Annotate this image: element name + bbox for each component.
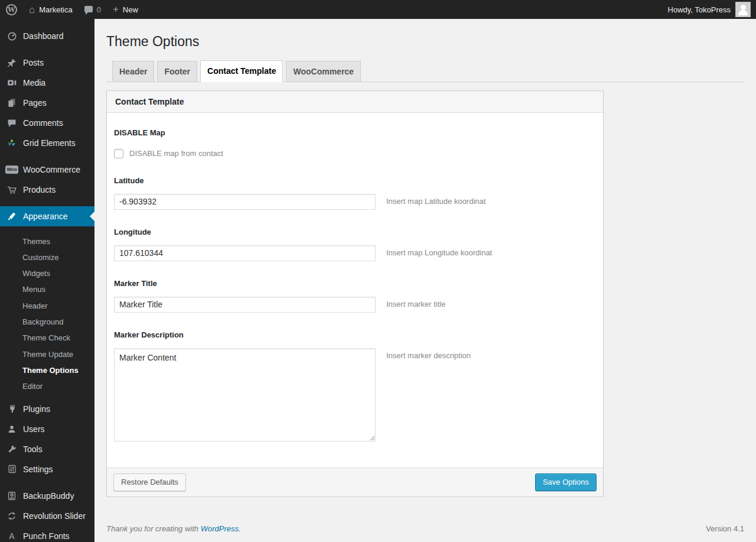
menu-separator xyxy=(0,395,94,399)
comments-shortcut[interactable]: 0 xyxy=(79,0,107,19)
tab-contact-template[interactable]: Contact Template xyxy=(200,60,283,82)
panel-body: DISABLE Map DISABLE map from contact Lat… xyxy=(107,113,603,468)
version-text: Version 4.1 xyxy=(706,524,744,533)
submenu-item-background[interactable]: Background xyxy=(0,314,94,330)
field-label: Marker Title xyxy=(114,279,596,288)
marker-title-input[interactable] xyxy=(114,297,376,313)
checkbox-label: DISABLE map from contact xyxy=(129,149,223,158)
content-area: Theme Options Header Footer Contact Temp… xyxy=(94,19,756,542)
tab-bar: Header Footer Contact Template WooCommer… xyxy=(106,60,744,82)
new-label: New xyxy=(123,5,138,14)
submenu-item-customize[interactable]: Customize xyxy=(0,249,94,265)
comment-count: 0 xyxy=(97,5,101,14)
users-icon xyxy=(5,424,19,434)
sidebar-item-settings[interactable]: Settings xyxy=(0,459,94,479)
sidebar-item-dashboard[interactable]: Dashboard xyxy=(0,26,94,46)
panel-footer: Restore Defaults Save Options xyxy=(107,468,603,496)
settings-icon xyxy=(5,465,19,473)
longitude-help-text: Insert map Longitude koordinat xyxy=(386,245,492,261)
sidebar-item-revolution-slider[interactable]: Revolution Slider xyxy=(0,506,94,526)
latitude-help-text: Insert map Latitude koordinat xyxy=(386,194,485,210)
contact-template-panel: Contact Template DISABLE Map DISABLE map… xyxy=(106,90,604,497)
site-link[interactable]: ⌂ Marketica xyxy=(23,0,79,19)
admin-footer: Thank you for creating with WordPress. V… xyxy=(106,524,744,533)
marker-description-help-text: Insert marker description xyxy=(386,348,471,442)
media-icon xyxy=(5,78,19,87)
woocommerce-badge-icon: Woo xyxy=(5,165,19,174)
admin-menu: Dashboard Posts Media Pages Comments xyxy=(0,19,94,542)
submenu-item-menus[interactable]: Menus xyxy=(0,282,94,298)
sidebar-item-posts[interactable]: Posts xyxy=(0,53,94,73)
comment-bubble-icon xyxy=(84,6,93,12)
sidebar-item-media[interactable]: Media xyxy=(0,73,94,93)
tab-footer[interactable]: Footer xyxy=(157,61,197,82)
marker-description-textarea[interactable]: Marker Content xyxy=(114,348,376,442)
sidebar-item-products[interactable]: Products xyxy=(0,180,94,200)
sidebar-item-punch-fonts[interactable]: A Punch Fonts xyxy=(0,526,94,542)
dashboard-icon xyxy=(5,31,19,41)
latitude-input[interactable] xyxy=(114,194,376,210)
backup-disk-icon xyxy=(5,491,19,501)
sidebar-item-tools[interactable]: Tools xyxy=(0,439,94,459)
cart-icon xyxy=(5,185,19,195)
wordpress-link[interactable]: WordPress xyxy=(201,524,239,533)
submenu-item-widgets[interactable]: Widgets xyxy=(0,266,94,282)
sidebar-item-woocommerce[interactable]: Woo WooCommerce xyxy=(0,160,94,180)
menu-separator xyxy=(0,46,94,53)
submenu-item-theme-check[interactable]: Theme Check xyxy=(0,330,94,346)
sidebar-item-comments[interactable]: Comments xyxy=(0,113,94,133)
site-name: Marketica xyxy=(39,5,72,14)
field-longitude: Longitude Insert map Longitude koordinat xyxy=(114,228,596,261)
longitude-input[interactable] xyxy=(114,245,376,261)
tab-header[interactable]: Header xyxy=(112,61,154,82)
submenu-item-themes[interactable]: Themes xyxy=(0,233,94,249)
howdy-text: Howdy, TokoPress xyxy=(668,5,731,14)
submenu-item-theme-update[interactable]: Theme Update xyxy=(0,346,94,362)
brush-icon xyxy=(5,212,19,221)
menu-separator xyxy=(0,479,94,486)
comment-icon xyxy=(5,118,19,128)
menu-separator xyxy=(0,200,94,206)
account-menu[interactable]: Howdy, TokoPress xyxy=(668,0,756,19)
admin-bar-left: W ⌂ Marketica 0 + New xyxy=(0,0,144,19)
field-label: Marker Description xyxy=(114,330,596,339)
appearance-submenu: Themes Customize Widgets Menus Header Ba… xyxy=(0,226,94,395)
grid-elements-icon xyxy=(5,138,19,148)
wordpress-menu[interactable]: W xyxy=(0,0,23,19)
page-title: Theme Options xyxy=(106,33,744,50)
letter-a-icon: A xyxy=(5,531,19,541)
plus-icon: + xyxy=(113,4,119,14)
menu-separator xyxy=(0,153,94,160)
submenu-item-header[interactable]: Header xyxy=(0,298,94,314)
field-marker-description: Marker Description Marker Content Insert… xyxy=(114,330,596,442)
sidebar-item-appearance[interactable]: Appearance xyxy=(0,206,94,226)
panel-header: Contact Template xyxy=(107,91,603,113)
marker-title-help-text: Insert marker title xyxy=(386,297,445,313)
sidebar-item-plugins[interactable]: Plugins xyxy=(0,399,94,419)
tab-woocommerce[interactable]: WooCommerce xyxy=(286,61,360,82)
field-latitude: Latitude Insert map Latitude koordinat xyxy=(114,176,596,210)
disable-map-checkbox[interactable] xyxy=(114,149,123,158)
admin-bar: W ⌂ Marketica 0 + New Howdy, TokoPress xyxy=(0,0,756,19)
new-content-menu[interactable]: + New xyxy=(107,0,144,19)
submenu-item-theme-options[interactable]: Theme Options xyxy=(0,362,94,378)
admin-sidebar: Dashboard Posts Media Pages Comments xyxy=(0,19,94,542)
sidebar-item-grid-elements[interactable]: Grid Elements xyxy=(0,133,94,153)
checkbox-row: DISABLE map from contact xyxy=(114,149,596,158)
pin-icon xyxy=(5,58,19,67)
tools-icon xyxy=(5,444,19,454)
save-options-button[interactable]: Save Options xyxy=(535,473,597,491)
sidebar-item-users[interactable]: Users xyxy=(0,419,94,439)
footer-thanks: Thank you for creating with WordPress. xyxy=(106,524,241,533)
field-label: Longitude xyxy=(114,228,596,236)
plugin-icon xyxy=(5,404,19,413)
field-label: Latitude xyxy=(114,176,596,185)
field-disable-map: DISABLE Map DISABLE map from contact xyxy=(114,128,596,158)
submenu-item-editor[interactable]: Editor xyxy=(0,379,94,395)
restore-defaults-button[interactable]: Restore Defaults xyxy=(113,473,186,491)
field-marker-title: Marker Title Insert marker title xyxy=(114,279,596,313)
sidebar-item-pages[interactable]: Pages xyxy=(0,93,94,113)
field-label: DISABLE Map xyxy=(114,128,596,137)
pages-icon xyxy=(5,98,19,108)
sidebar-item-backupbuddy[interactable]: BackupBuddy xyxy=(0,486,94,506)
